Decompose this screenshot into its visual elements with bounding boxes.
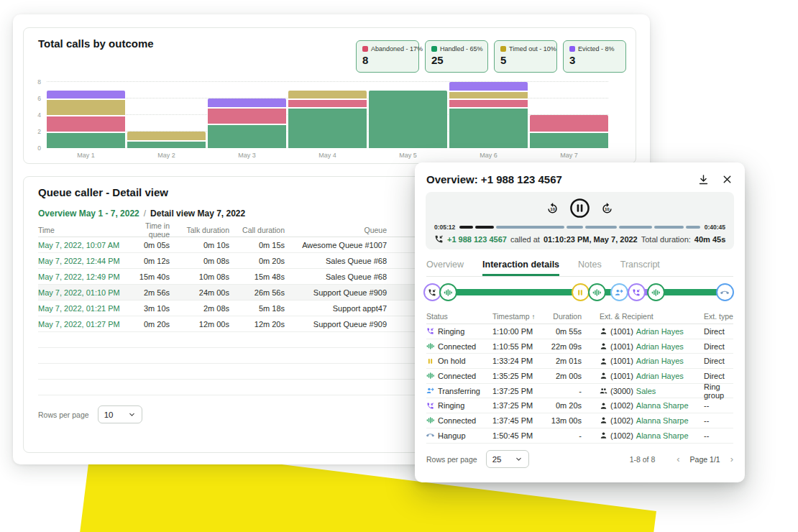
legend-label: Handled - 65% [440, 45, 483, 52]
timestamp: 1:37:25 PM [492, 401, 549, 410]
progress-segment[interactable] [567, 226, 583, 229]
bar-may-2 [127, 132, 206, 148]
rewind-10-icon[interactable]: 10 [545, 201, 560, 216]
phone-incoming-icon [434, 234, 444, 244]
timeline-voice-icon[interactable] [647, 283, 665, 301]
tab-notes[interactable]: Notes [578, 260, 602, 276]
legend-card[interactable]: Timed out - 10%5 [494, 40, 557, 73]
total-calls-card: Total calls by outcome Abandoned - 17%8H… [23, 27, 636, 164]
close-icon[interactable] [721, 173, 733, 185]
timestamp: 1:50:45 PM [492, 431, 549, 440]
timeline-hangup-icon[interactable] [716, 283, 734, 301]
recipient-link[interactable]: Sales [636, 387, 656, 395]
timeline-transfer-icon[interactable] [610, 283, 628, 301]
tab-transcript[interactable]: Transcript [620, 260, 660, 276]
progress-segment[interactable] [585, 226, 616, 229]
elapsed-time: 0:05:12 [434, 224, 455, 231]
bar-segment-handled [530, 132, 608, 148]
tab-overview[interactable]: Overview [426, 260, 464, 276]
page-indicator: Page 1/1 [690, 455, 720, 464]
interaction-row[interactable]: Ringing 1:10:00 PM 0m 55s (1001)Adrian H… [426, 324, 733, 339]
recipient-link[interactable]: Adrian Hayes [636, 342, 684, 351]
progress-segment[interactable] [475, 226, 494, 229]
bar-segment-timed-out [127, 132, 206, 140]
legend-swatch [362, 46, 368, 52]
chart-x-axis: May 1May 2May 3May 4May 5May 6May 7 [47, 152, 608, 159]
bar-segment-timed-out [47, 98, 125, 115]
player-progress: 0:05:12 0:40:45 [434, 224, 725, 231]
timeline-phone-incoming-icon[interactable] [423, 283, 441, 301]
recipient-link[interactable]: Adrian Hayes [636, 372, 684, 380]
duration: 0m 20s [549, 401, 582, 410]
interaction-row[interactable]: Hangup 1:50:45 PM - (1002)Alanna Sharpe … [426, 428, 733, 444]
progress-segment[interactable] [654, 226, 683, 229]
status-label: On hold [438, 357, 466, 365]
bar-segment-handled [47, 132, 125, 148]
bar-may-5 [369, 91, 447, 149]
progress-segment[interactable] [686, 226, 700, 229]
prev-page-icon[interactable]: ‹ [677, 454, 679, 464]
legend-card[interactable]: Handled - 65%25 [425, 40, 488, 73]
legend-card[interactable]: Evicted - 8%3 [563, 40, 626, 73]
recipient-link[interactable]: Alanna Sharpe [636, 416, 689, 425]
bar-segment-timed-out [288, 91, 367, 99]
timeline-pause-icon[interactable] [572, 283, 590, 301]
timeline-phone-incoming-icon[interactable] [628, 283, 646, 301]
recipient-link[interactable]: Alanna Sharpe [636, 401, 689, 410]
interaction-row[interactable]: Ringing 1:37:25 PM 0m 20s (1002)Alanna S… [426, 398, 733, 413]
progress-segment[interactable] [619, 226, 653, 229]
next-page-icon[interactable]: › [730, 454, 733, 464]
chart-title: Total calls by outcome [38, 37, 154, 50]
col-duration: Duration [549, 312, 582, 321]
overlay-tabs: OverviewInteraction detailsNotesTranscri… [426, 260, 733, 277]
extension: (1001) [610, 372, 633, 380]
rows-per-page-select[interactable]: 25 [486, 450, 529, 468]
timestamp: 1:37:25 PM [492, 387, 549, 395]
total-time: 0:40:45 [705, 224, 725, 231]
timestamp: 1:37:45 PM [492, 416, 549, 425]
rows-per-page-select[interactable]: 10 [98, 405, 142, 423]
interaction-row[interactable]: On hold 1:33:24 PM 2m 01s (1001)Adrian H… [426, 354, 733, 369]
pause-circle-icon[interactable] [569, 198, 590, 219]
interaction-timeline [426, 280, 733, 307]
tab-interaction-details[interactable]: Interaction details [482, 260, 559, 276]
status-label: Connected [438, 342, 476, 351]
overlay-header-actions [697, 173, 733, 185]
timeline-voice-icon[interactable] [588, 283, 606, 301]
interaction-row[interactable]: Connected 1:37:45 PM 13m 00s (1002)Alann… [426, 413, 733, 428]
bar-segment-evicted [449, 82, 528, 91]
col-timestamp[interactable]: Timestamp ↑ [492, 312, 549, 321]
legend-swatch [569, 46, 575, 52]
legend-card[interactable]: Abandoned - 17%8 [356, 40, 419, 73]
x-axis-label: May 2 [127, 152, 206, 159]
svg-text:10: 10 [550, 206, 555, 211]
x-axis-label: May 5 [369, 152, 447, 159]
bar-segment-handled [288, 107, 367, 149]
breadcrumb-current: Detail view May 7, 2022 [150, 208, 245, 219]
overlay-title: Overview: +1 988 123 4567 [426, 173, 697, 185]
recipient-link[interactable]: Adrian Hayes [636, 327, 684, 336]
recipient-icon [600, 387, 607, 395]
duration: - [549, 431, 582, 440]
progress-bar[interactable] [459, 226, 700, 229]
recipient-link[interactable]: Adrian Hayes [636, 357, 684, 365]
forward-10-icon[interactable]: 10 [600, 201, 615, 216]
timestamp: 1:10:55 PM [492, 342, 549, 351]
interaction-row[interactable]: Transferring 1:37:25 PM - (3000)Sales Ri… [426, 384, 733, 399]
download-icon[interactable] [697, 173, 710, 185]
breadcrumb-overview-link[interactable]: Overview May 1 - 7, 2022 [38, 208, 139, 219]
col-ext-type: Ext. type [695, 312, 733, 321]
progress-segment[interactable] [459, 226, 473, 229]
duration: 2m 00s [549, 372, 582, 380]
progress-segment[interactable] [496, 226, 564, 229]
bar-segment-evicted [208, 98, 286, 107]
caller-number-link[interactable]: +1 988 123 4567 [447, 235, 507, 244]
interaction-table-header: Status Timestamp ↑ Duration Ext. & Recip… [426, 309, 733, 324]
timeline-voice-icon[interactable] [439, 283, 457, 301]
legend-value: 8 [362, 54, 413, 66]
legend-swatch [500, 46, 506, 52]
recipient-link[interactable]: Alanna Sharpe [636, 431, 689, 440]
interaction-row[interactable]: Connected 1:10:55 PM 22m 09s (1001)Adria… [426, 339, 733, 354]
recipient-icon [600, 372, 607, 380]
interaction-row[interactable]: Connected 1:35:25 PM 2m 00s (1001)Adrian… [426, 369, 733, 384]
